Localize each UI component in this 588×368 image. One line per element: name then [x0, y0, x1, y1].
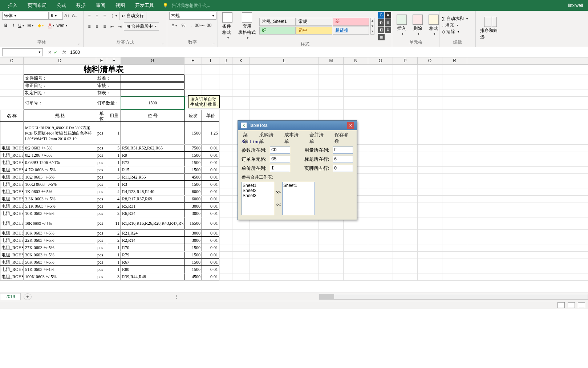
- cell[interactable]: [250, 244, 319, 251]
- cell[interactable]: [219, 110, 232, 122]
- cell-qty[interactable]: 1: [107, 152, 121, 159]
- cell-qty[interactable]: 1: [107, 122, 121, 144]
- addin-icon-7[interactable]: ▦: [378, 34, 385, 40]
- cell[interactable]: [393, 97, 418, 109]
- addin-icon-1[interactable]: G: [378, 12, 385, 19]
- cell-pos[interactable]: R2,R14: [121, 237, 184, 244]
- cell-pos[interactable]: R4,R23,R46,R140: [121, 188, 184, 195]
- cell[interactable]: [418, 152, 442, 159]
- fx-icon[interactable]: fx: [60, 50, 68, 55]
- cell-issue[interactable]: 3000: [184, 237, 202, 244]
- cell[interactable]: [393, 210, 418, 217]
- cell[interactable]: [232, 273, 250, 280]
- cell-pos[interactable]: R39,R44,R48: [121, 273, 184, 280]
- cell[interactable]: [442, 75, 467, 82]
- cell[interactable]: [393, 244, 418, 251]
- cell-spec[interactable]: 100K 0603 +/-5%: [24, 273, 96, 280]
- cell-name[interactable]: 电阻_ROHS: [0, 145, 24, 152]
- cell-name[interactable]: 电阻_ROHS: [0, 217, 24, 229]
- meta-val[interactable]: [121, 89, 184, 96]
- cell[interactable]: [442, 203, 467, 210]
- cell-price[interactable]: 1.25: [202, 122, 219, 144]
- cell-unit[interactable]: pcs: [96, 159, 107, 166]
- cell[interactable]: [393, 110, 418, 122]
- cell-qty[interactable]: 2: [107, 230, 121, 237]
- cell-spec[interactable]: 27K 0603 +/-5%: [24, 244, 96, 251]
- cell[interactable]: [442, 217, 467, 229]
- cell-issue[interactable]: 1500: [184, 259, 202, 266]
- cell[interactable]: [368, 266, 393, 273]
- cell[interactable]: [418, 252, 442, 259]
- cell[interactable]: [219, 203, 232, 210]
- cell[interactable]: [368, 110, 393, 122]
- cell[interactable]: [418, 210, 442, 217]
- cell-issue[interactable]: 1500: [184, 152, 202, 159]
- cell[interactable]: [319, 259, 344, 266]
- cell[interactable]: [442, 167, 467, 173]
- cell-name[interactable]: 电阻_ROHS: [0, 152, 24, 159]
- meta-val[interactable]: [121, 75, 184, 82]
- cell[interactable]: [393, 145, 418, 152]
- cell-price[interactable]: 0.01: [202, 167, 219, 173]
- cell-qty[interactable]: 1: [107, 266, 121, 273]
- tab-formula[interactable]: 公式: [52, 0, 71, 11]
- addin-icon-5[interactable]: ◧: [378, 27, 385, 33]
- cell-price[interactable]: 0.01: [202, 266, 219, 273]
- cell-name[interactable]: 电阻_ROHS: [0, 174, 24, 181]
- cell-pos[interactable]: R9: [121, 152, 184, 159]
- cell[interactable]: [418, 65, 442, 75]
- bold-button[interactable]: B: [2, 22, 9, 29]
- font-name-combo[interactable]: 宋体▼: [2, 12, 49, 20]
- cell-spec[interactable]: 0Ω 0603 +/-5%: [24, 145, 96, 152]
- style-neutral[interactable]: 适中: [296, 27, 332, 35]
- orientation-icon[interactable]: ⤸▾: [109, 12, 119, 20]
- cell[interactable]: [219, 181, 232, 188]
- cell[interactable]: [219, 196, 232, 203]
- cell[interactable]: [250, 273, 319, 280]
- align-bot-icon[interactable]: ≡: [101, 12, 108, 20]
- cell-pos[interactable]: R67: [121, 259, 184, 266]
- cell[interactable]: [393, 159, 418, 166]
- cell[interactable]: [393, 122, 418, 144]
- cell[interactable]: [344, 89, 368, 96]
- cell[interactable]: [418, 167, 442, 173]
- cell-pos[interactable]: R6,R34: [121, 210, 184, 217]
- menu-main[interactable]: 菜单: [239, 131, 255, 137]
- cell[interactable]: [368, 252, 393, 259]
- cell-name[interactable]: [0, 122, 24, 144]
- font-size-combo[interactable]: 9▼: [49, 12, 63, 20]
- cell[interactable]: [219, 152, 232, 159]
- table-format-button[interactable]: 套用 表格格式▾: [236, 12, 258, 40]
- input-order-cell[interactable]: [270, 156, 290, 163]
- cell-issue[interactable]: 1500: [184, 244, 202, 251]
- meta-order-qty[interactable]: 订单数量：: [96, 97, 121, 109]
- cell-unit[interactable]: pcs: [96, 259, 107, 266]
- cell[interactable]: [344, 244, 368, 251]
- cell[interactable]: [418, 97, 442, 109]
- title-cell[interactable]: 物料清单表: [24, 65, 184, 75]
- align-right-icon[interactable]: ≡: [101, 23, 108, 30]
- tab-dev[interactable]: 开发工具: [130, 0, 159, 11]
- cell-qty[interactable]: 2: [107, 203, 121, 210]
- cell-pos[interactable]: R21,R24: [121, 230, 184, 237]
- cell[interactable]: [368, 244, 393, 251]
- clear-button[interactable]: ◇清除▾: [442, 29, 468, 35]
- cell-name[interactable]: 电阻_ROHS: [0, 244, 24, 251]
- tell-me[interactable]: 告诉我您想做什么...: [172, 3, 210, 9]
- cell[interactable]: [368, 188, 393, 195]
- hdr-pos[interactable]: 位 号: [121, 110, 184, 122]
- name-box[interactable]: ▼: [2, 48, 43, 56]
- cell[interactable]: [368, 230, 393, 237]
- cell[interactable]: [344, 237, 368, 244]
- cell[interactable]: [442, 82, 467, 89]
- hdr-issue[interactable]: 应发: [184, 110, 202, 122]
- cell[interactable]: [368, 259, 393, 266]
- cell[interactable]: [219, 244, 232, 251]
- cell[interactable]: [319, 82, 344, 89]
- input-use-col[interactable]: [333, 147, 353, 154]
- percent-icon[interactable]: %: [180, 22, 187, 29]
- cell-unit[interactable]: pcs: [96, 273, 107, 280]
- cell-price[interactable]: 0.01: [202, 196, 219, 203]
- cell[interactable]: [219, 210, 232, 217]
- move-right-button[interactable]: >>: [276, 190, 281, 195]
